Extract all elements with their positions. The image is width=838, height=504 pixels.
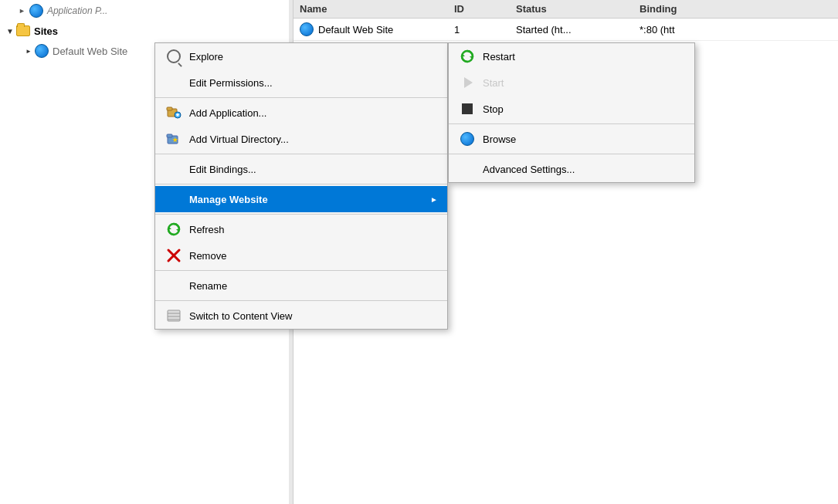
- row-name: Default Web Site: [318, 24, 393, 36]
- context-menu: Explore Edit Permissions... Add Applicat…: [154, 42, 448, 330]
- stop-icon: [458, 100, 477, 118]
- sep-2: [155, 154, 447, 154]
- col-header-name: Name: [300, 3, 454, 15]
- menu-item-add-application[interactable]: Add Application...: [155, 100, 447, 126]
- submenu-item-restart[interactable]: Restart: [449, 43, 694, 69]
- globe-icon-default: [34, 43, 49, 59]
- menu-item-explore[interactable]: Explore: [155, 43, 447, 69]
- browse-icon: [458, 130, 477, 148]
- edit-permissions-icon: [165, 73, 183, 92]
- menu-label-add-application: Add Application...: [189, 107, 438, 119]
- expand-arrow-sites[interactable]: ▼: [5, 25, 15, 36]
- submenu-item-advanced-settings[interactable]: Advanced Settings...: [449, 156, 694, 182]
- sep-3: [155, 184, 447, 184]
- advanced-settings-icon: [458, 160, 477, 178]
- menu-item-switch-content-view[interactable]: Switch to Content View: [155, 303, 447, 329]
- remove-icon: [165, 246, 183, 265]
- menu-label-edit-permissions: Edit Permissions...: [189, 77, 438, 89]
- menu-label-add-virtual-dir: Add Virtual Directory...: [189, 134, 438, 145]
- table-header: Name ID Status Binding: [293, 0, 838, 19]
- menu-label-edit-bindings: Edit Bindings...: [189, 164, 438, 175]
- col-header-binding: Binding: [640, 3, 832, 15]
- tree-label-sites: Sites: [34, 25, 58, 37]
- svg-rect-1: [167, 107, 172, 110]
- svg-rect-5: [167, 134, 172, 137]
- submenu-item-browse[interactable]: Browse: [449, 126, 694, 152]
- row-globe-icon: [300, 22, 314, 36]
- menu-label-explore: Explore: [189, 51, 438, 63]
- sep-4: [155, 214, 447, 215]
- restart-icon: [458, 47, 477, 66]
- submenu-label-stop: Stop: [483, 103, 685, 115]
- menu-label-switch-content-view: Switch to Content View: [189, 310, 438, 322]
- tree-item-app-pool[interactable]: ► Application P...: [0, 0, 293, 21]
- menu-label-refresh: Refresh: [189, 224, 438, 235]
- submenu-sep-1: [449, 123, 694, 124]
- add-virtual-dir-icon: ★: [165, 130, 183, 148]
- submenu-manage-website: Restart Start Stop Browse Advanced Setti…: [448, 42, 695, 183]
- cell-id: 1: [454, 24, 516, 36]
- menu-item-manage-website[interactable]: Manage Website ►: [155, 186, 447, 212]
- cell-binding: *:80 (htt: [640, 24, 832, 36]
- edit-bindings-icon: [165, 160, 183, 178]
- submenu-label-restart: Restart: [483, 51, 685, 63]
- submenu-item-start[interactable]: Start: [449, 69, 694, 96]
- menu-label-rename: Rename: [189, 280, 438, 292]
- sep-1: [155, 97, 447, 98]
- rename-icon: [165, 276, 183, 295]
- refresh-icon: [165, 220, 183, 238]
- col-header-id: ID: [454, 3, 516, 15]
- col-header-status: Status: [516, 3, 640, 15]
- menu-item-edit-bindings[interactable]: Edit Bindings...: [155, 156, 447, 182]
- menu-item-rename[interactable]: Rename: [155, 272, 447, 299]
- menu-item-edit-permissions[interactable]: Edit Permissions...: [155, 69, 447, 96]
- sep-6: [155, 300, 447, 301]
- table-row[interactable]: Default Web Site 1 Started (ht... *:80 (…: [293, 19, 838, 41]
- globe-icon-apppool: [29, 3, 44, 19]
- menu-item-refresh[interactable]: Refresh: [155, 216, 447, 242]
- submenu-item-stop[interactable]: Stop: [449, 96, 694, 122]
- folder-icon-sites: [15, 23, 31, 39]
- submenu-label-advanced-settings: Advanced Settings...: [483, 164, 685, 175]
- sep-5: [155, 270, 447, 271]
- tree-item-sites[interactable]: ▼ Sites: [0, 21, 293, 41]
- submenu-arrow: ►: [430, 195, 438, 204]
- switch-content-view-icon: [165, 306, 183, 325]
- submenu-label-browse: Browse: [483, 134, 685, 145]
- menu-label-remove: Remove: [189, 250, 438, 262]
- start-icon: [458, 73, 477, 92]
- add-app-icon: [165, 103, 183, 122]
- menu-item-remove[interactable]: Remove: [155, 242, 447, 269]
- tree-label-apppool: Application P...: [47, 5, 108, 16]
- svg-text:★: ★: [172, 137, 178, 144]
- menu-label-manage-website: Manage Website: [189, 194, 430, 205]
- svg-point-3: [177, 114, 179, 117]
- submenu-label-start: Start: [483, 77, 685, 89]
- submenu-sep-2: [449, 154, 694, 154]
- manage-website-icon: [165, 190, 183, 208]
- cell-status: Started (ht...: [516, 24, 640, 36]
- menu-item-add-virtual-dir[interactable]: ★ Add Virtual Directory...: [155, 126, 447, 152]
- explore-icon: [165, 47, 183, 66]
- expand-arrow-default-site[interactable]: ►: [23, 46, 34, 56]
- cell-name: Default Web Site: [300, 22, 454, 36]
- tree-label-default-site: Default Web Site: [53, 46, 127, 57]
